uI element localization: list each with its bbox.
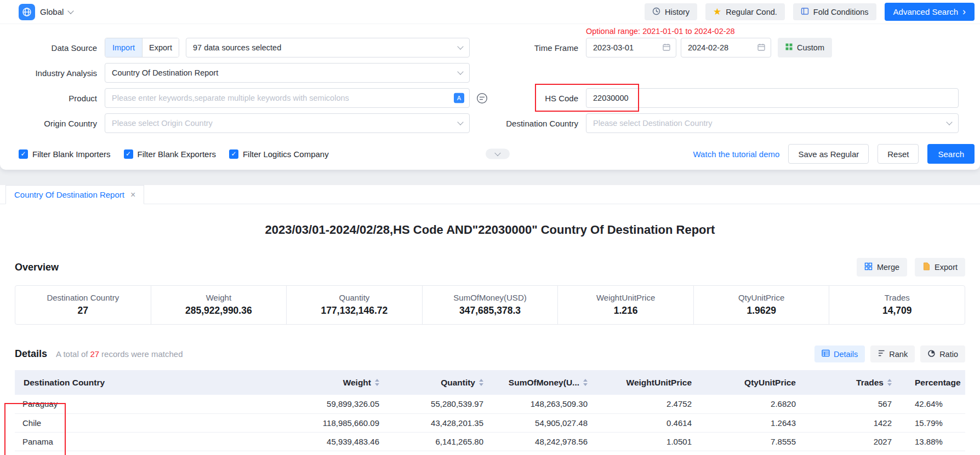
overview-heading: Overview: [15, 262, 59, 273]
view-rank-label: Rank: [889, 350, 908, 359]
view-switcher: Details Rank Ratio: [814, 345, 965, 362]
table-row: Paraguay 59,899,326.05 55,280,539.97 148…: [15, 395, 965, 413]
import-toggle[interactable]: Import: [105, 38, 142, 57]
search-button[interactable]: Search: [927, 144, 975, 164]
industry-analysis-select[interactable]: Country Of Destination Report: [105, 63, 470, 83]
chevron-down-icon: [494, 150, 500, 156]
advanced-search-label: Advanced Search: [893, 7, 958, 16]
details-table: Destination Country Weight Quantity SumO…: [15, 370, 965, 451]
star-icon: ★: [713, 7, 721, 16]
col-destination-country: Destination Country: [15, 370, 289, 395]
calendar-icon: [757, 43, 765, 53]
svg-text:A: A: [457, 95, 461, 101]
form-actions: Watch the tutorial demo Save as Regular …: [693, 144, 980, 164]
topbar-actions: History ★ Regular Cond. Fold Conditions …: [645, 3, 975, 21]
stat-trades: Trades 14,709: [829, 286, 965, 324]
advanced-search-button[interactable]: Advanced Search ›: [885, 3, 975, 21]
hs-code-label: HS Code: [489, 94, 578, 103]
export-label: Export: [935, 263, 958, 272]
filter-blank-exporters-checkbox[interactable]: ✓ Filter Blank Exporters: [124, 149, 216, 159]
overview-actions: Merge Export: [857, 258, 965, 277]
filter-logistics-company-checkbox[interactable]: ✓ Filter Logitics Company: [229, 149, 329, 159]
custom-grid-icon: [785, 43, 793, 52]
col-sum-of-money[interactable]: SumOfMoney(U...: [494, 370, 599, 395]
rank-icon: [878, 349, 885, 359]
fold-conditions-button[interactable]: Fold Conditions: [793, 3, 876, 20]
stat-sum-of-money: SumOfMoney(USD) 347,685,378.3: [422, 286, 558, 324]
sort-icon[interactable]: [887, 379, 892, 386]
destination-country-label: Destination Country: [470, 119, 578, 128]
sort-icon[interactable]: [375, 379, 379, 386]
time-frame-label: Time Frame: [470, 43, 578, 53]
destination-country-placeholder: Please select Destination Country: [593, 119, 713, 128]
close-icon[interactable]: ×: [130, 190, 135, 200]
tabs-bar: Country Of Destination Report ×: [0, 185, 980, 204]
sort-icon[interactable]: [583, 379, 588, 386]
origin-country-label: Origin Country: [0, 119, 97, 128]
checkbox-checked-icon[interactable]: ✓: [229, 149, 238, 159]
tutorial-demo-link[interactable]: Watch the tutorial demo: [693, 149, 780, 159]
merge-label: Merge: [877, 263, 899, 272]
region-selector[interactable]: Global: [19, 4, 73, 20]
cell-country: Panama: [15, 432, 289, 451]
view-ratio-button[interactable]: Ratio: [920, 345, 965, 362]
search-form: Optional range: 2021-01-01 to 2024-02-28…: [0, 24, 980, 164]
history-label: History: [665, 8, 690, 16]
report-content: 2023/03/01-2024/02/28,HS Code AND"220300…: [0, 223, 980, 451]
sort-icon[interactable]: [479, 379, 483, 386]
search-panel: Global History ★ Regular Cond. Fold Cond…: [0, 0, 980, 170]
calendar-icon: [663, 43, 670, 53]
save-as-regular-button[interactable]: Save as Regular: [788, 144, 869, 164]
destination-country-select[interactable]: Please select Destination Country: [586, 113, 959, 133]
checkbox-checked-icon[interactable]: ✓: [19, 149, 28, 159]
view-details-button[interactable]: Details: [814, 345, 865, 362]
stat-weight: Weight 285,922,990.36: [151, 286, 287, 324]
product-label: Product: [0, 94, 97, 103]
overview-header: Overview Merge Export: [15, 258, 965, 277]
report-title: 2023/03/01-2024/02/28,HS Code AND"220300…: [15, 223, 965, 237]
custom-label: Custom: [797, 43, 824, 52]
region-label: Global: [40, 7, 64, 16]
reset-button[interactable]: Reset: [878, 144, 919, 164]
start-date-input[interactable]: 2023-03-01: [586, 38, 676, 57]
checkbox-checked-icon[interactable]: ✓: [124, 149, 133, 159]
chevron-down-icon: [457, 68, 463, 74]
tab-country-of-destination-report[interactable]: Country Of Destination Report ×: [5, 185, 144, 204]
col-quantity[interactable]: Quantity: [390, 370, 494, 395]
history-button[interactable]: History: [645, 3, 697, 20]
merge-button[interactable]: Merge: [857, 258, 907, 277]
end-date-value: 2024-02-28: [688, 43, 728, 52]
origin-country-select[interactable]: Please select Origin Country: [105, 113, 470, 133]
product-keywords-input[interactable]: [105, 88, 470, 108]
view-rank-button[interactable]: Rank: [870, 345, 915, 362]
fold-panel-icon: [801, 7, 809, 17]
collapse-form-button[interactable]: [486, 149, 510, 159]
cell-country: Chile: [15, 413, 289, 432]
custom-range-button[interactable]: Custom: [778, 38, 832, 57]
merge-grid-icon: [864, 262, 873, 272]
translate-icon[interactable]: A: [454, 93, 464, 103]
data-source-select[interactable]: 97 data sources selected: [186, 38, 470, 57]
end-date-input[interactable]: 2024-02-28: [681, 38, 771, 57]
app: Global History ★ Regular Cond. Fold Cond…: [0, 0, 980, 455]
input-method-icon[interactable]: [476, 93, 488, 104]
stat-qty-unit-price: QtyUnitPrice 1.9629: [693, 286, 829, 324]
col-weight[interactable]: Weight: [289, 370, 390, 395]
data-source-value: 97 data sources selected: [193, 43, 281, 52]
hs-code-input[interactable]: [586, 88, 959, 108]
col-percentage: Percentage: [903, 370, 965, 395]
details-summary: A total of27records were matched: [56, 349, 183, 359]
view-ratio-label: Ratio: [939, 350, 958, 359]
table-row: Chile 118,985,660.09 43,428,201.35 54,90…: [15, 413, 965, 432]
export-button[interactable]: Export: [915, 258, 965, 277]
details-heading: Details: [15, 348, 47, 360]
table-row: Panama 45,939,483.46 6,141,265.80 48,242…: [15, 432, 965, 451]
regular-cond-button[interactable]: ★ Regular Cond.: [705, 3, 785, 20]
chevron-down-icon: [457, 43, 463, 49]
filter-blank-importers-checkbox[interactable]: ✓ Filter Blank Importers: [19, 149, 111, 159]
view-details-label: Details: [834, 350, 858, 359]
form-row-industry: Industry Analysis Country Of Destination…: [0, 60, 980, 85]
col-trades[interactable]: Trades: [807, 370, 903, 395]
export-toggle[interactable]: Export: [142, 38, 179, 57]
filter-label: Filter Blank Exporters: [138, 149, 216, 159]
